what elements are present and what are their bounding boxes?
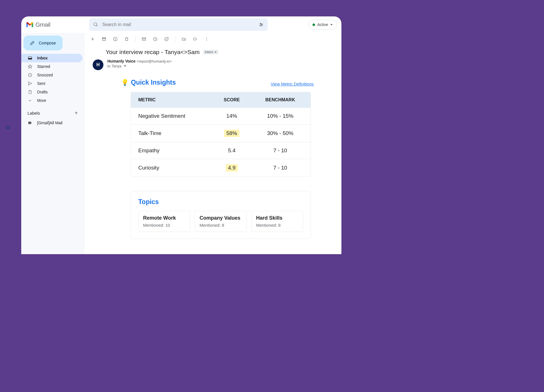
svg-point-0 [94, 23, 97, 26]
search-input[interactable] [102, 22, 255, 27]
topic-mention: Mentioned: 8 [256, 223, 298, 228]
sender-row: H Humanly Voice <report@humanly.io> to T… [93, 59, 333, 70]
chevron-down-icon [124, 65, 126, 67]
col-score: SCORE [206, 97, 257, 102]
svg-point-19 [115, 40, 115, 40]
svg-marker-12 [28, 82, 32, 85]
label-chip-text: Inbox [205, 50, 213, 54]
inbox-icon [27, 55, 33, 61]
topic-name: Hard Skills [256, 215, 298, 221]
metric-score: 4.9 [226, 164, 238, 172]
sidebar-item-starred[interactable]: Starred [21, 62, 82, 71]
sender-name: Humanly Voice [107, 59, 135, 63]
metric-name: Curiosity [138, 165, 206, 171]
tune-icon[interactable] [259, 22, 264, 27]
insights-title-text: Quick Insights [131, 79, 176, 86]
topic-mention: Mentioned: 8 [199, 223, 242, 228]
status-label: Active [317, 22, 328, 27]
pencil-icon [30, 40, 35, 46]
folder-move-icon [181, 37, 186, 42]
snooze-button[interactable] [152, 36, 158, 42]
app-name: Gmail [35, 21, 50, 28]
compose-button[interactable]: Compose [24, 36, 63, 50]
sidebar-item-sent[interactable]: Sent [21, 79, 82, 88]
label-item-allmail[interactable]: [Gmail]All Mail [21, 119, 82, 127]
label-chip[interactable]: Inbox ✕ [203, 50, 218, 54]
labels-title: Labels [27, 111, 40, 115]
clock-icon [153, 37, 158, 42]
nav-list: Inbox Starred Snoozed Sent [21, 54, 82, 105]
table-row: Negative Sentiment 14% 10% - 15% [131, 108, 311, 124]
mail-icon [141, 37, 146, 42]
sidebar-item-snoozed[interactable]: Snoozed [21, 71, 82, 79]
email-body: 💡 Quick Insights View Metric Definitions… [93, 70, 314, 239]
report-icon [113, 37, 118, 42]
gmail-window: Gmail Active Compose [21, 16, 341, 254]
table-row: Curiosity 4.9 7 - 10 [131, 159, 311, 177]
table-header: METRIC SCORE BENCHMARK [131, 92, 311, 108]
col-metric: METRIC [138, 97, 206, 102]
email-view: Your interview recap - Tanya<>Sam Inbox … [85, 45, 341, 254]
sidebar-item-more[interactable]: More [21, 96, 82, 105]
to-name: Tanya [112, 64, 122, 68]
archive-button[interactable] [101, 36, 107, 42]
col-benchmark: BENCHMARK [257, 97, 303, 102]
metrics-table: METRIC SCORE BENCHMARK Negative Sentimen… [131, 92, 311, 177]
metric-name: Talk-Time [138, 130, 206, 136]
toolbar-divider [175, 36, 175, 42]
toolbar-divider [135, 36, 135, 42]
move-button[interactable] [181, 36, 187, 42]
topic-card: Remote Work Mentioned: 10 [138, 211, 190, 232]
chevron-down-icon [330, 24, 333, 25]
add-task-button[interactable] [164, 36, 169, 42]
topics-section: Topics Remote Work Mentioned: 10 Company… [131, 191, 311, 239]
metric-score: 14% [206, 113, 257, 119]
sidebar-item-inbox[interactable]: Inbox [21, 54, 82, 62]
sender-avatar[interactable]: H [93, 59, 103, 70]
svg-point-5 [260, 23, 261, 24]
labels-list: [Gmail]All Mail [21, 119, 82, 127]
sidebar: Compose Inbox Starred Snoozed [21, 33, 85, 254]
metric-name: Negative Sentiment [138, 113, 206, 119]
topic-card: Company Values Mentioned: 8 [195, 211, 246, 232]
back-button[interactable] [90, 36, 95, 42]
metric-score: 5.4 [206, 147, 257, 154]
trash-icon [124, 37, 129, 42]
metric-benchmark: 30% - 50% [257, 130, 303, 136]
spam-button[interactable] [112, 36, 118, 42]
star-icon [27, 64, 33, 69]
insights-title: 💡 Quick Insights [121, 79, 176, 86]
remove-label-icon[interactable]: ✕ [214, 50, 217, 54]
email-toolbar [85, 33, 341, 45]
file-icon [27, 89, 33, 95]
more-vert-icon [204, 37, 209, 42]
sidebar-item-label: Sent [37, 81, 45, 86]
send-icon [27, 81, 33, 86]
mark-unread-button[interactable] [141, 36, 147, 42]
labels-button[interactable] [192, 36, 198, 42]
metric-benchmark: 10% - 15% [257, 113, 303, 119]
view-definitions-link[interactable]: View Metric Definitions [271, 82, 314, 86]
more-button[interactable] [204, 36, 209, 42]
gmail-logo-icon [26, 22, 34, 28]
to-row[interactable]: to Tanya [107, 64, 172, 68]
labels-header: Labels + [21, 105, 82, 119]
svg-rect-15 [103, 38, 106, 41]
search-bar[interactable] [89, 18, 268, 31]
status-chip[interactable]: Active [308, 20, 337, 29]
topic-name: Company Values [199, 215, 242, 221]
decorative-dot [6, 126, 10, 129]
sidebar-item-drafts[interactable]: Drafts [21, 88, 82, 96]
svg-point-7 [260, 25, 261, 26]
sidebar-item-label: More [37, 98, 46, 103]
logo-area[interactable]: Gmail [24, 21, 84, 28]
svg-rect-9 [28, 58, 32, 59]
compose-label: Compose [39, 41, 56, 45]
metric-name: Empathy [138, 147, 206, 154]
arrow-left-icon [90, 37, 95, 42]
delete-button[interactable] [124, 36, 129, 42]
svg-point-28 [206, 37, 207, 38]
add-label-button[interactable]: + [75, 110, 78, 116]
label-icon [27, 120, 33, 125]
bulb-icon: 💡 [121, 79, 129, 86]
